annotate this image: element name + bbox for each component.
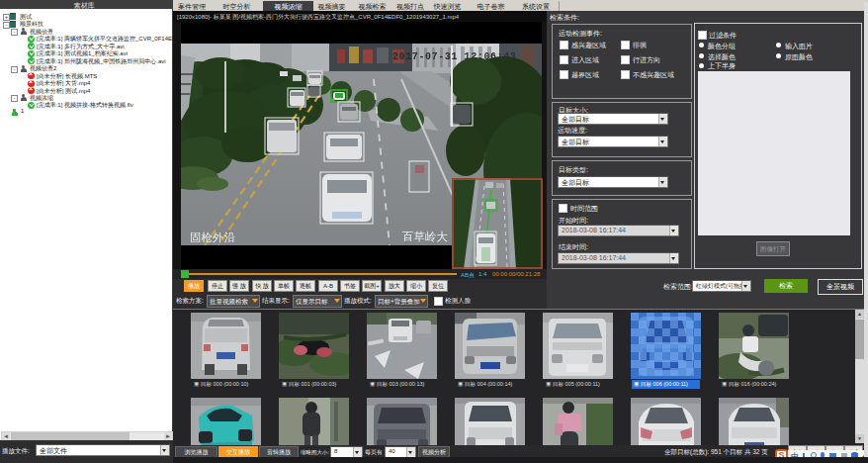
svg-text:百草岭大: 百草岭大: [402, 231, 448, 242]
svg-text:2017-07-31 12:06:43: 2017-07-31 12:06:43: [392, 51, 516, 62]
svg-text:固枪外沿: 固枪外沿: [190, 232, 236, 243]
